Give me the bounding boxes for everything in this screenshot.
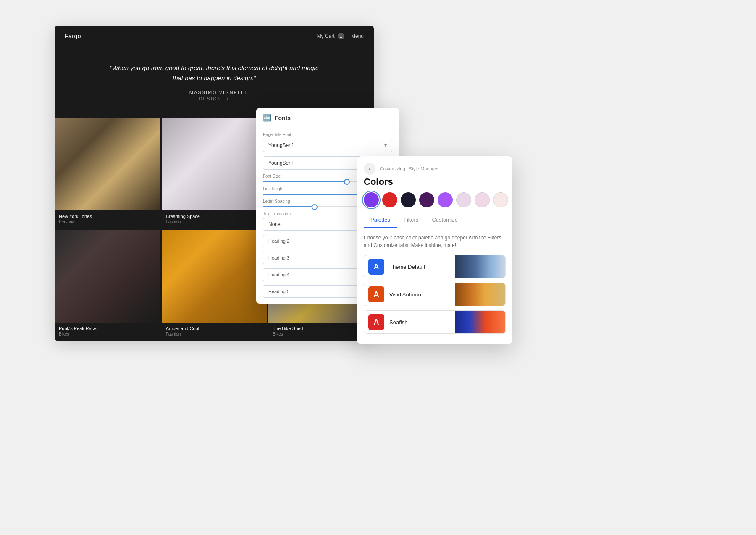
grid-image-2 bbox=[162, 118, 267, 210]
site-hero: "When you go from good to great, there's… bbox=[55, 46, 374, 116]
grid-title-1: New York Tones bbox=[59, 214, 156, 219]
palette-icon-autumn: A bbox=[368, 286, 384, 302]
grid-caption-2: Breathing Space Fashion bbox=[162, 210, 267, 228]
grid-title-2: Breathing Space bbox=[166, 214, 263, 219]
grid-item-3[interactable]: Punk's Peak Race Bikes bbox=[55, 230, 160, 341]
grid-category-4: Fashion bbox=[166, 332, 263, 336]
site-logo: Fargo bbox=[65, 33, 81, 39]
palette-name-autumn: Vivid Autumn bbox=[389, 291, 450, 298]
tab-palettes[interactable]: Palettes bbox=[364, 213, 397, 228]
grid-image-3 bbox=[55, 230, 160, 323]
swatch-pale-2[interactable] bbox=[475, 192, 490, 207]
page-title-font-select[interactable]: YoungSerif ▾ bbox=[263, 139, 392, 152]
grid-caption-1: New York Tones Personal bbox=[55, 210, 160, 228]
chevron-down-icon: ▾ bbox=[384, 142, 387, 148]
colors-panel: ‹ Customizing · Style Manager Colors Pal… bbox=[357, 156, 512, 344]
back-button[interactable]: ‹ bbox=[364, 163, 375, 175]
grid-category-5: Bikes bbox=[273, 332, 370, 336]
grid-category-2: Fashion bbox=[166, 220, 263, 224]
palette-seafish[interactable]: A Seafish bbox=[364, 310, 506, 334]
cart-count: 1 bbox=[338, 33, 344, 39]
palette-name-default: Theme Default bbox=[389, 264, 450, 270]
site-nav: My Cart 1 Menu bbox=[317, 33, 364, 39]
colors-tabs: Palettes Filters Customize bbox=[357, 213, 512, 228]
palette-name-seafish: Seafish bbox=[389, 319, 450, 325]
letter-spacing-fill bbox=[263, 206, 315, 207]
palette-preview-autumn bbox=[455, 283, 505, 306]
fonts-panel-header: 🔤 Fonts bbox=[256, 108, 399, 126]
swatch-dark-purple[interactable] bbox=[419, 192, 434, 207]
grid-item-2[interactable]: Breathing Space Fashion bbox=[162, 118, 267, 228]
page-title-font-field: Page Title Font YoungSerif ▾ bbox=[263, 132, 392, 152]
scene: Fargo My Cart 1 Menu "When you go from g… bbox=[42, 26, 714, 509]
font-size-thumb[interactable] bbox=[344, 179, 350, 185]
grid-title-5: The Bike Shed bbox=[273, 326, 370, 331]
grid-category-3: Bikes bbox=[59, 332, 156, 336]
page-title-font-value: YoungSerif bbox=[268, 142, 293, 148]
page-title-font-label: Page Title Font bbox=[263, 132, 392, 137]
colors-body: Choose your base color palette and go de… bbox=[357, 228, 512, 344]
swatch-pale-3[interactable] bbox=[493, 192, 508, 207]
palette-preview-default bbox=[455, 255, 505, 278]
palette-vivid-autumn[interactable]: A Vivid Autumn bbox=[364, 283, 506, 306]
menu-label: Menu bbox=[351, 33, 364, 39]
swatch-pale-1[interactable] bbox=[456, 192, 471, 207]
color-swatches bbox=[357, 192, 512, 213]
palette-theme-default[interactable]: A Theme Default bbox=[364, 255, 506, 278]
colors-panel-title: Colors bbox=[357, 175, 512, 192]
line-height-fill bbox=[263, 194, 364, 195]
grid-image-4 bbox=[162, 230, 267, 323]
swatch-purple[interactable] bbox=[364, 192, 379, 207]
grid-caption-3: Punk's Peak Race Bikes bbox=[55, 323, 160, 341]
fonts-icon: 🔤 bbox=[263, 114, 271, 122]
swatch-light-purple[interactable] bbox=[438, 192, 453, 207]
tab-customize[interactable]: Customize bbox=[425, 213, 464, 228]
grid-item-1[interactable]: New York Tones Personal bbox=[55, 118, 160, 228]
letter-spacing-thumb[interactable] bbox=[312, 204, 318, 210]
grid-item-4[interactable]: Amber and Cool Fashion bbox=[162, 230, 267, 341]
palette-icon-seafish: A bbox=[368, 314, 384, 330]
grid-category-1: Personal bbox=[59, 220, 156, 224]
text-transform-value: None bbox=[268, 221, 281, 227]
cart-label: My Cart 1 bbox=[317, 33, 344, 39]
tab-filters[interactable]: Filters bbox=[397, 213, 425, 228]
colors-panel-header: ‹ Customizing · Style Manager bbox=[357, 156, 512, 175]
site-author-title: DESIGNER bbox=[65, 97, 364, 101]
fonts-panel-title: Fonts bbox=[275, 115, 291, 121]
colors-description: Choose your base color palette and go de… bbox=[364, 234, 506, 249]
grid-image-1 bbox=[55, 118, 160, 210]
grid-title-4: Amber and Cool bbox=[166, 326, 263, 331]
colors-breadcrumb: Customizing · Style Manager bbox=[380, 166, 439, 171]
grid-title-3: Punk's Peak Race bbox=[59, 326, 156, 331]
swatch-red[interactable] bbox=[382, 192, 397, 207]
font-size-fill bbox=[263, 181, 347, 182]
swatch-dark-navy[interactable] bbox=[401, 192, 416, 207]
site-header: Fargo My Cart 1 Menu bbox=[55, 26, 374, 46]
site-author-name: — MASSIMO VIGNELLI bbox=[65, 90, 364, 95]
grid-caption-4: Amber and Cool Fashion bbox=[162, 323, 267, 341]
palette-preview-seafish bbox=[455, 311, 505, 333]
palette-icon-default: A bbox=[368, 259, 384, 275]
site-quote: "When you go from good to great, there's… bbox=[105, 63, 323, 83]
font-family-value: YoungSerif bbox=[268, 160, 293, 166]
